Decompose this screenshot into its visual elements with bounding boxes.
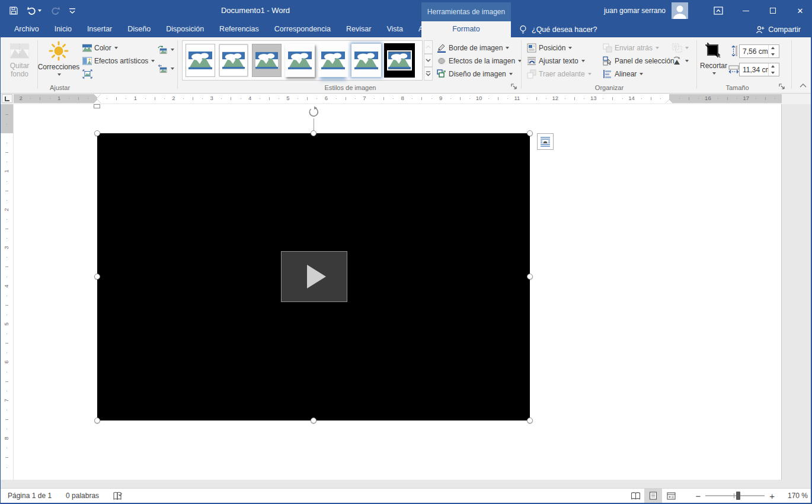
tab-archivo[interactable]: Archivo bbox=[7, 21, 47, 37]
ruler-tick bbox=[221, 98, 222, 99]
collapse-ribbon-button[interactable] bbox=[800, 83, 808, 90]
tab-selector[interactable] bbox=[2, 94, 12, 103]
zoom-level[interactable]: 170 % bbox=[779, 492, 808, 500]
ruler-number: 10 bbox=[475, 95, 482, 101]
tab-inicio[interactable]: Inicio bbox=[47, 21, 79, 37]
undo-button[interactable] bbox=[27, 4, 41, 18]
word-count[interactable]: 0 palabras bbox=[59, 489, 106, 503]
zoom-slider[interactable] bbox=[705, 495, 765, 496]
redo-button[interactable] bbox=[50, 4, 60, 18]
picture-style-thumbnail[interactable] bbox=[186, 44, 215, 77]
compress-pictures-button[interactable] bbox=[82, 68, 92, 80]
bring-forward-button[interactable]: Traer adelante bbox=[527, 68, 592, 80]
rotate-objects-button[interactable] bbox=[672, 54, 689, 67]
group-objects-icon bbox=[672, 43, 682, 53]
selection-pane-button[interactable]: Panel de selección bbox=[603, 54, 674, 67]
handle-top-left[interactable] bbox=[94, 130, 100, 136]
tab-disposicion[interactable]: Disposición bbox=[158, 21, 212, 37]
ruler-tick bbox=[298, 98, 298, 99]
align-button[interactable]: Alinear bbox=[603, 68, 643, 80]
ruler-tick bbox=[660, 98, 661, 99]
horizontal-ruler[interactable]: 2112345678910111213141617 bbox=[14, 94, 782, 103]
picture-styles-dialog-launcher[interactable] bbox=[510, 83, 518, 91]
ribbon-display-options-button[interactable] bbox=[709, 2, 727, 20]
wrap-text-button[interactable]: Ajustar texto bbox=[527, 54, 585, 67]
minimize-button[interactable] bbox=[737, 2, 755, 20]
tab-vista[interactable]: Vista bbox=[379, 21, 411, 37]
page-indicator[interactable]: Página 1 de 1 bbox=[1, 489, 59, 503]
save-button[interactable] bbox=[9, 4, 18, 18]
picture-style-thumbnail[interactable] bbox=[252, 44, 282, 77]
shape-height-input[interactable] bbox=[740, 45, 768, 57]
tab-revisar[interactable]: Revisar bbox=[338, 21, 379, 37]
height-spin-down[interactable] bbox=[769, 52, 777, 58]
shape-width-input[interactable] bbox=[740, 63, 768, 76]
tell-me-box[interactable]: ¿Qué desea hacer? bbox=[519, 21, 597, 37]
avatar[interactable] bbox=[672, 2, 688, 19]
maximize-button[interactable] bbox=[764, 2, 782, 20]
ruler-number: 17 bbox=[743, 95, 750, 101]
vertical-ruler[interactable]: 12345678 bbox=[1, 104, 14, 480]
tab-correspondencia[interactable]: Correspondencia bbox=[267, 21, 338, 37]
handle-bottom-left[interactable] bbox=[94, 418, 100, 423]
ruler-tick bbox=[7, 448, 7, 448]
width-spin-up[interactable] bbox=[769, 63, 777, 70]
change-picture-button[interactable] bbox=[157, 43, 174, 56]
picture-layout-icon bbox=[437, 69, 446, 79]
reset-picture-button[interactable] bbox=[157, 62, 174, 75]
handle-bottom-right[interactable] bbox=[527, 418, 533, 423]
customize-quick-access-button[interactable] bbox=[69, 4, 76, 18]
close-button[interactable]: ✕ bbox=[791, 2, 809, 20]
gallery-scroll-up-button[interactable] bbox=[424, 40, 433, 54]
group-objects-button[interactable] bbox=[672, 41, 689, 54]
size-dialog-launcher[interactable] bbox=[778, 83, 786, 91]
print-layout-view-button[interactable] bbox=[644, 489, 662, 503]
picture-effects-button[interactable]: Efectos de la imagen bbox=[437, 54, 522, 67]
picture-style-thumbnail[interactable] bbox=[318, 44, 348, 77]
corrections-button[interactable]: Correcciones bbox=[40, 40, 78, 88]
tab-referencias[interactable]: Referencias bbox=[212, 21, 267, 37]
picture-style-thumbnail-selected[interactable] bbox=[385, 44, 414, 77]
handle-middle-right[interactable] bbox=[527, 274, 533, 280]
picture-style-thumbnail[interactable] bbox=[351, 44, 381, 77]
play-button[interactable] bbox=[281, 251, 347, 302]
handle-bottom-center[interactable] bbox=[311, 418, 317, 423]
ruler-number: 8 bbox=[3, 435, 10, 442]
handle-top-right[interactable] bbox=[527, 130, 533, 136]
layout-options-button[interactable] bbox=[537, 133, 554, 150]
color-button[interactable]: Color bbox=[82, 41, 118, 54]
position-button[interactable]: Posición bbox=[527, 41, 572, 54]
zoom-in-button[interactable]: + bbox=[765, 491, 779, 501]
picture-style-thumbnail[interactable] bbox=[285, 44, 315, 77]
shape-width-spinner bbox=[768, 63, 777, 76]
zoom-out-button[interactable]: − bbox=[690, 491, 705, 501]
left-indent-marker[interactable] bbox=[94, 104, 100, 108]
crop-button[interactable]: Recortar bbox=[700, 40, 727, 88]
undo-dropdown-caret[interactable] bbox=[38, 9, 41, 12]
zoom-slider-thumb[interactable] bbox=[736, 492, 740, 500]
picture-border-button[interactable]: Borde de imagen bbox=[437, 41, 509, 54]
remove-background-button[interactable]: Quitar fondo bbox=[4, 40, 35, 88]
tab-insertar[interactable]: Insertar bbox=[79, 21, 120, 37]
share-button[interactable]: Compartir bbox=[756, 21, 801, 37]
send-backward-button[interactable]: Enviar atrás bbox=[603, 41, 659, 54]
handle-middle-left[interactable] bbox=[94, 274, 100, 280]
first-line-indent-marker[interactable] bbox=[94, 94, 101, 98]
gallery-more-button[interactable] bbox=[424, 67, 433, 81]
picture-style-thumbnail[interactable] bbox=[219, 44, 248, 77]
artistic-effects-button[interactable]: Efectos artísticos bbox=[82, 54, 155, 67]
handle-top-center[interactable] bbox=[311, 130, 317, 136]
width-spin-down[interactable] bbox=[769, 70, 777, 76]
web-layout-view-button[interactable] bbox=[662, 489, 680, 503]
tab-formato-active[interactable]: Formato bbox=[421, 21, 511, 37]
picture-layout-button[interactable]: Diseño de imagen bbox=[437, 68, 513, 80]
ruler-tick bbox=[317, 98, 317, 99]
height-spin-up[interactable] bbox=[769, 45, 777, 52]
gallery-scroll-down-button[interactable] bbox=[424, 54, 433, 68]
proofing-status-icon[interactable] bbox=[106, 489, 130, 503]
tab-diseno[interactable]: Diseño bbox=[120, 21, 158, 37]
read-mode-view-button[interactable] bbox=[626, 489, 644, 503]
right-indent-marker[interactable] bbox=[666, 99, 673, 103]
rotation-handle[interactable] bbox=[308, 106, 320, 118]
hanging-indent-marker[interactable] bbox=[94, 99, 101, 103]
